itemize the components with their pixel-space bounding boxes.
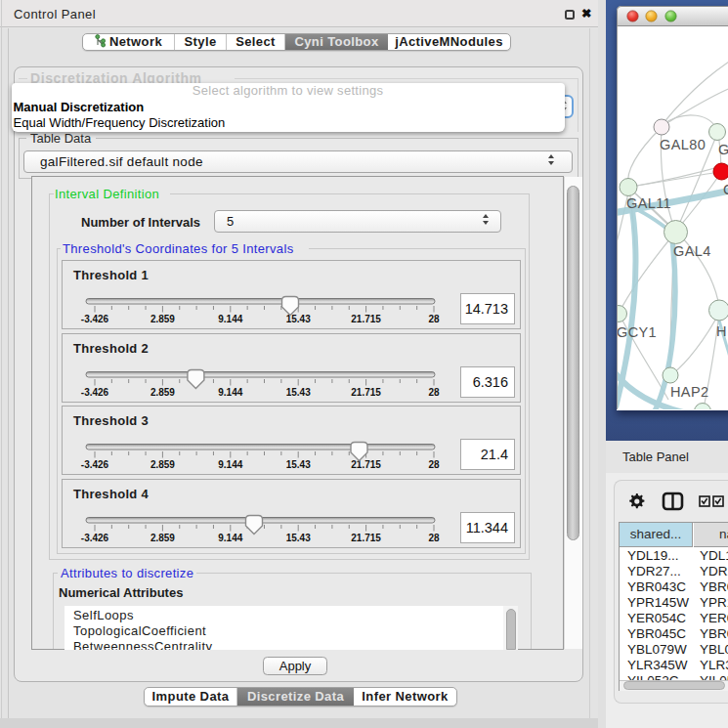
svg-text:2.859: 2.859 bbox=[150, 532, 175, 542]
svg-text:28: 28 bbox=[428, 314, 440, 324]
svg-text:2.859: 2.859 bbox=[150, 386, 175, 397]
svg-text:-3.426: -3.426 bbox=[81, 459, 109, 470]
svg-text:9.144: 9.144 bbox=[218, 314, 242, 324]
svg-text:15.43: 15.43 bbox=[286, 459, 311, 470]
svg-text:21.715: 21.715 bbox=[351, 314, 381, 324]
svg-text:15.43: 15.43 bbox=[286, 532, 311, 542]
svg-text:9.144: 9.144 bbox=[218, 532, 242, 542]
svg-text:2.859: 2.859 bbox=[150, 314, 175, 324]
svg-text:-3.426: -3.426 bbox=[81, 532, 109, 542]
svg-text:15.43: 15.43 bbox=[286, 386, 311, 397]
svg-text:28: 28 bbox=[428, 459, 440, 470]
svg-text:28: 28 bbox=[428, 386, 440, 397]
svg-text:-3.426: -3.426 bbox=[81, 314, 109, 324]
svg-text:2.859: 2.859 bbox=[150, 459, 175, 470]
svg-text:GAL11: GAL11 bbox=[626, 195, 671, 211]
svg-text:H: H bbox=[716, 323, 727, 339]
svg-text:21.715: 21.715 bbox=[351, 386, 381, 397]
svg-text:21.715: 21.715 bbox=[351, 459, 381, 470]
svg-text:9.144: 9.144 bbox=[218, 386, 242, 397]
svg-text:GCY1: GCY1 bbox=[618, 324, 657, 340]
svg-text:9.144: 9.144 bbox=[218, 459, 242, 470]
svg-text:-3.426: -3.426 bbox=[81, 386, 109, 397]
svg-text:GAL80: GAL80 bbox=[660, 137, 706, 152]
svg-text:HAP2: HAP2 bbox=[670, 384, 708, 400]
svg-text:G: G bbox=[718, 142, 728, 157]
svg-text:C: C bbox=[723, 182, 728, 197]
svg-text:21.715: 21.715 bbox=[351, 532, 381, 542]
svg-text:GAL4: GAL4 bbox=[673, 243, 711, 259]
svg-text:28: 28 bbox=[428, 532, 440, 542]
